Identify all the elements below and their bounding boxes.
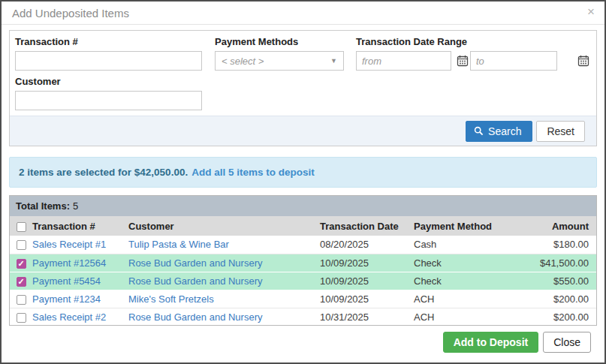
selection-banner: 2 items are selected for $42,050.00. Add… — [9, 157, 597, 188]
col-transaction: Transaction # — [28, 216, 124, 236]
date-range-label: Transaction Date Range — [356, 36, 467, 47]
close-button[interactable]: Close — [543, 332, 591, 353]
row-checkbox[interactable] — [17, 277, 26, 287]
customer-link[interactable]: Rose Bud Garden and Nursery — [128, 257, 262, 269]
payment-method: Check — [409, 254, 503, 272]
transaction-link[interactable]: Sales Receipt #2 — [32, 311, 106, 323]
payment-methods-selected-value: < select > — [222, 56, 330, 67]
search-icon — [474, 126, 484, 136]
reset-button[interactable]: Reset — [536, 121, 585, 142]
transaction-link[interactable]: Sales Receipt #1 — [32, 239, 106, 250]
select-all-checkbox[interactable] — [17, 222, 26, 232]
transaction-number-label: Transaction # — [15, 36, 78, 47]
customer-link[interactable]: Rose Bud Garden and Nursery — [128, 275, 262, 287]
row-checkbox[interactable] — [17, 295, 26, 305]
customer-link[interactable]: Tulip Pasta & Wine Bar — [128, 239, 229, 250]
transaction-link[interactable]: Payment #1234 — [32, 293, 101, 305]
table-row[interactable]: Payment #12564 Rose Bud Garden and Nurse… — [10, 254, 596, 272]
transaction-date: 10/09/2025 — [315, 272, 409, 290]
payment-method: ACH — [409, 290, 503, 308]
amount: $41,500.00 — [503, 254, 597, 272]
table-header-row: Transaction # Customer Transaction Date … — [10, 216, 596, 236]
table-row[interactable]: Sales Receipt #1 Tulip Pasta & Wine Bar … — [10, 236, 596, 254]
col-customer: Customer — [124, 216, 315, 236]
close-icon[interactable]: × — [587, 5, 595, 18]
customer-input[interactable] — [15, 91, 202, 110]
search-button[interactable]: Search — [466, 121, 532, 142]
customer-link[interactable]: Rose Bud Garden and Nursery — [128, 311, 262, 323]
add-to-deposit-button[interactable]: Add to Deposit — [443, 332, 539, 353]
date-from-input[interactable] — [356, 51, 451, 71]
add-all-items-link[interactable]: Add all 5 items to deposit — [191, 167, 315, 178]
calendar-icon[interactable] — [577, 55, 589, 67]
amount: $200.00 — [503, 308, 597, 326]
dialog-title: Add Undeposited Items — [12, 7, 129, 20]
table-row[interactable]: Sales Receipt #2 Rose Bud Garden and Nur… — [10, 308, 596, 326]
total-items-label: Total Items: — [16, 200, 70, 212]
add-undeposited-items-dialog: Add Undeposited Items × Transaction # Pa… — [0, 0, 606, 364]
col-amount: Amount — [503, 216, 597, 236]
payment-method: Check — [409, 272, 503, 290]
payment-method: ACH — [409, 308, 503, 326]
col-method: Payment Method — [409, 216, 503, 236]
customer-link[interactable]: Mike's Soft Pretzels — [128, 293, 214, 305]
filter-actions-bar: Search Reset — [10, 116, 596, 146]
table-row[interactable]: Payment #5454 Rose Bud Garden and Nurser… — [10, 272, 596, 290]
items-table-panel: Total Items: 5 Transaction # Customer Tr… — [9, 195, 597, 326]
transaction-number-input[interactable] — [15, 51, 202, 71]
transaction-link[interactable]: Payment #5454 — [32, 275, 101, 287]
dialog-titlebar: Add Undeposited Items × — [2, 2, 604, 25]
total-items-bar: Total Items: 5 — [10, 196, 596, 216]
amount: $200.00 — [503, 290, 597, 308]
amount: $550.00 — [503, 272, 597, 290]
total-items-value: 5 — [73, 200, 78, 212]
transaction-date: 08/20/2025 — [315, 236, 409, 254]
transaction-date: 10/09/2025 — [315, 290, 409, 308]
transaction-date: 10/09/2025 — [315, 254, 409, 272]
customer-label: Customer — [15, 76, 61, 87]
row-checkbox[interactable] — [17, 240, 26, 250]
amount: $180.00 — [503, 236, 597, 254]
selection-summary: 2 items are selected for $42,050.00. — [19, 167, 188, 178]
filter-panel: Transaction # Payment Methods < select >… — [9, 30, 597, 146]
table-row[interactable]: Payment #1234 Mike's Soft Pretzels 10/09… — [10, 290, 596, 308]
payment-methods-select[interactable]: < select > ▼ — [215, 51, 344, 71]
row-checkbox[interactable] — [17, 259, 26, 269]
chevron-down-icon: ▼ — [330, 57, 337, 65]
col-date: Transaction Date — [315, 216, 409, 236]
transaction-link[interactable]: Payment #12564 — [32, 257, 106, 269]
undeposited-items-table: Transaction # Customer Transaction Date … — [10, 216, 596, 326]
search-button-label: Search — [488, 125, 521, 137]
payment-method: Cash — [409, 236, 503, 254]
date-to-input[interactable] — [470, 51, 557, 71]
dialog-footer: Add to Deposit Close — [443, 332, 591, 353]
transaction-date: 10/31/2025 — [315, 308, 409, 326]
payment-methods-label: Payment Methods — [215, 36, 298, 47]
row-checkbox[interactable] — [17, 313, 26, 323]
calendar-icon[interactable] — [457, 55, 469, 67]
